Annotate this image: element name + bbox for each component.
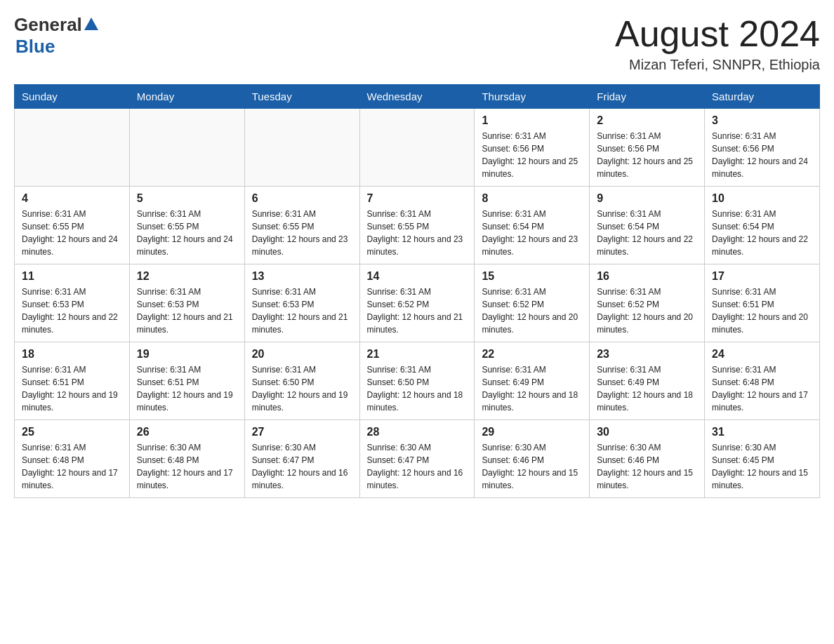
header-day-friday: Friday: [590, 85, 705, 109]
day-info: Sunrise: 6:31 AM Sunset: 6:49 PM Dayligh…: [482, 363, 582, 414]
day-number: 19: [137, 348, 237, 361]
day-number: 5: [137, 192, 237, 205]
calendar-cell: 6Sunrise: 6:31 AM Sunset: 6:55 PM Daylig…: [244, 187, 359, 264]
day-info: Sunrise: 6:30 AM Sunset: 6:45 PM Dayligh…: [712, 441, 812, 492]
calendar-cell: [244, 109, 359, 187]
calendar-cell: [129, 109, 244, 187]
day-number: 3: [712, 114, 812, 127]
calendar-cell: 28Sunrise: 6:30 AM Sunset: 6:47 PM Dayli…: [359, 420, 475, 498]
day-info: Sunrise: 6:30 AM Sunset: 6:46 PM Dayligh…: [482, 441, 582, 492]
day-info: Sunrise: 6:31 AM Sunset: 6:55 PM Dayligh…: [22, 208, 122, 258]
day-info: Sunrise: 6:30 AM Sunset: 6:46 PM Dayligh…: [597, 441, 697, 492]
calendar-week-1: 1Sunrise: 6:31 AM Sunset: 6:56 PM Daylig…: [15, 109, 820, 187]
calendar-cell: 10Sunrise: 6:31 AM Sunset: 6:54 PM Dayli…: [705, 187, 820, 264]
day-number: 11: [22, 270, 122, 283]
day-info: Sunrise: 6:31 AM Sunset: 6:52 PM Dayligh…: [597, 286, 697, 336]
calendar-cell: 24Sunrise: 6:31 AM Sunset: 6:48 PM Dayli…: [705, 342, 820, 420]
day-number: 24: [712, 348, 812, 361]
month-title: August 2024: [615, 14, 820, 54]
calendar-cell: 8Sunrise: 6:31 AM Sunset: 6:54 PM Daylig…: [475, 187, 590, 264]
day-info: Sunrise: 6:31 AM Sunset: 6:56 PM Dayligh…: [712, 130, 812, 180]
page-header: General Blue August 2024 Mizan Teferi, S…: [14, 14, 820, 73]
logo: General Blue: [14, 14, 98, 58]
calendar-cell: 30Sunrise: 6:30 AM Sunset: 6:46 PM Dayli…: [590, 420, 705, 498]
day-number: 2: [597, 114, 697, 127]
day-number: 6: [252, 192, 352, 205]
calendar-cell: 12Sunrise: 6:31 AM Sunset: 6:53 PM Dayli…: [129, 264, 244, 342]
day-info: Sunrise: 6:31 AM Sunset: 6:51 PM Dayligh…: [137, 363, 237, 414]
calendar-cell: 29Sunrise: 6:30 AM Sunset: 6:46 PM Dayli…: [475, 420, 590, 498]
day-number: 4: [22, 192, 122, 205]
header-day-saturday: Saturday: [705, 85, 820, 109]
day-number: 18: [22, 348, 122, 361]
calendar-table: SundayMondayTuesdayWednesdayThursdayFrid…: [14, 84, 820, 498]
day-number: 25: [22, 426, 122, 438]
day-number: 30: [597, 426, 697, 438]
calendar-cell: 3Sunrise: 6:31 AM Sunset: 6:56 PM Daylig…: [705, 109, 820, 187]
day-number: 15: [482, 270, 582, 283]
day-info: Sunrise: 6:31 AM Sunset: 6:52 PM Dayligh…: [482, 286, 582, 336]
day-info: Sunrise: 6:31 AM Sunset: 6:55 PM Dayligh…: [252, 208, 352, 258]
calendar-cell: 19Sunrise: 6:31 AM Sunset: 6:51 PM Dayli…: [129, 342, 244, 420]
header-day-thursday: Thursday: [475, 85, 590, 109]
day-info: Sunrise: 6:31 AM Sunset: 6:55 PM Dayligh…: [137, 208, 237, 258]
day-info: Sunrise: 6:31 AM Sunset: 6:50 PM Dayligh…: [367, 363, 468, 414]
day-info: Sunrise: 6:31 AM Sunset: 6:48 PM Dayligh…: [712, 363, 812, 414]
logo-general-text: General: [14, 14, 82, 36]
day-number: 26: [137, 426, 237, 438]
location-label: Mizan Teferi, SNNPR, Ethiopia: [615, 57, 820, 73]
day-info: Sunrise: 6:31 AM Sunset: 6:56 PM Dayligh…: [597, 130, 697, 180]
calendar-cell: 11Sunrise: 6:31 AM Sunset: 6:53 PM Dayli…: [15, 264, 130, 342]
day-number: 17: [712, 270, 812, 283]
calendar-cell: 4Sunrise: 6:31 AM Sunset: 6:55 PM Daylig…: [15, 187, 130, 264]
calendar-cell: 31Sunrise: 6:30 AM Sunset: 6:45 PM Dayli…: [705, 420, 820, 498]
day-info: Sunrise: 6:31 AM Sunset: 6:52 PM Dayligh…: [367, 286, 468, 336]
calendar-week-2: 4Sunrise: 6:31 AM Sunset: 6:55 PM Daylig…: [15, 187, 820, 264]
header-row: SundayMondayTuesdayWednesdayThursdayFrid…: [15, 85, 820, 109]
day-info: Sunrise: 6:31 AM Sunset: 6:56 PM Dayligh…: [482, 130, 582, 180]
day-info: Sunrise: 6:31 AM Sunset: 6:54 PM Dayligh…: [597, 208, 697, 258]
header-day-sunday: Sunday: [15, 85, 130, 109]
header-day-tuesday: Tuesday: [244, 85, 359, 109]
day-info: Sunrise: 6:30 AM Sunset: 6:48 PM Dayligh…: [137, 441, 237, 492]
day-number: 14: [367, 270, 468, 283]
day-info: Sunrise: 6:31 AM Sunset: 6:53 PM Dayligh…: [22, 286, 122, 336]
day-number: 16: [597, 270, 697, 283]
day-number: 9: [597, 192, 697, 205]
logo-triangle-icon: [84, 18, 98, 30]
calendar-week-3: 11Sunrise: 6:31 AM Sunset: 6:53 PM Dayli…: [15, 264, 820, 342]
calendar-cell: 26Sunrise: 6:30 AM Sunset: 6:48 PM Dayli…: [129, 420, 244, 498]
calendar-cell: 2Sunrise: 6:31 AM Sunset: 6:56 PM Daylig…: [590, 109, 705, 187]
day-info: Sunrise: 6:31 AM Sunset: 6:55 PM Dayligh…: [367, 208, 468, 258]
day-number: 27: [252, 426, 352, 438]
day-info: Sunrise: 6:30 AM Sunset: 6:47 PM Dayligh…: [367, 441, 468, 492]
day-number: 29: [482, 426, 582, 438]
calendar-cell: 25Sunrise: 6:31 AM Sunset: 6:48 PM Dayli…: [15, 420, 130, 498]
calendar-cell: 23Sunrise: 6:31 AM Sunset: 6:49 PM Dayli…: [590, 342, 705, 420]
calendar-body: 1Sunrise: 6:31 AM Sunset: 6:56 PM Daylig…: [15, 109, 820, 498]
calendar-cell: 1Sunrise: 6:31 AM Sunset: 6:56 PM Daylig…: [475, 109, 590, 187]
calendar-cell: 16Sunrise: 6:31 AM Sunset: 6:52 PM Dayli…: [590, 264, 705, 342]
day-info: Sunrise: 6:31 AM Sunset: 6:51 PM Dayligh…: [712, 286, 812, 336]
calendar-header: SundayMondayTuesdayWednesdayThursdayFrid…: [15, 85, 820, 109]
day-info: Sunrise: 6:31 AM Sunset: 6:50 PM Dayligh…: [252, 363, 352, 414]
title-section: August 2024 Mizan Teferi, SNNPR, Ethiopi…: [615, 14, 820, 73]
day-number: 31: [712, 426, 812, 438]
header-day-monday: Monday: [129, 85, 244, 109]
day-info: Sunrise: 6:31 AM Sunset: 6:53 PM Dayligh…: [137, 286, 237, 336]
day-info: Sunrise: 6:31 AM Sunset: 6:48 PM Dayligh…: [22, 441, 122, 492]
calendar-cell: 14Sunrise: 6:31 AM Sunset: 6:52 PM Dayli…: [359, 264, 475, 342]
day-info: Sunrise: 6:31 AM Sunset: 6:53 PM Dayligh…: [252, 286, 352, 336]
calendar-cell: 7Sunrise: 6:31 AM Sunset: 6:55 PM Daylig…: [359, 187, 475, 264]
day-number: 7: [367, 192, 468, 205]
day-info: Sunrise: 6:30 AM Sunset: 6:47 PM Dayligh…: [252, 441, 352, 492]
header-day-wednesday: Wednesday: [359, 85, 475, 109]
calendar-cell: [359, 109, 475, 187]
calendar-week-5: 25Sunrise: 6:31 AM Sunset: 6:48 PM Dayli…: [15, 420, 820, 498]
calendar-cell: 22Sunrise: 6:31 AM Sunset: 6:49 PM Dayli…: [475, 342, 590, 420]
day-number: 12: [137, 270, 237, 283]
day-number: 20: [252, 348, 352, 361]
day-info: Sunrise: 6:31 AM Sunset: 6:49 PM Dayligh…: [597, 363, 697, 414]
day-info: Sunrise: 6:31 AM Sunset: 6:51 PM Dayligh…: [22, 363, 122, 414]
day-number: 21: [367, 348, 468, 361]
